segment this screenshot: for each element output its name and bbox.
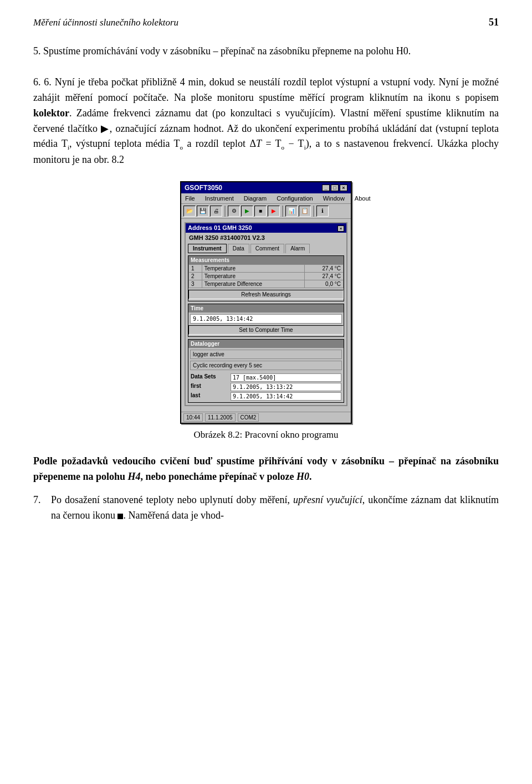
win-titlebar: GSOFT3050 _ □ × (181, 182, 351, 193)
datasets-label: Data Sets (191, 373, 229, 382)
item7-text1: Po dosažení stanovené teploty nebo uplyn… (51, 494, 293, 505)
menu-configuration[interactable]: Configuration (275, 194, 314, 202)
menu-about[interactable]: About (353, 194, 372, 202)
row2-name: Temperature (202, 272, 305, 280)
toolbar-record-btn[interactable]: ▶ (268, 206, 280, 217)
figure-caption: Obrázek 8.2: Pracovní okno programu (193, 429, 338, 440)
table-row: 3 Temperature Difference 0,0 °C (189, 280, 344, 288)
toolbar-open-btn[interactable]: 📂 (183, 206, 196, 217)
item6-num: 6. (33, 76, 44, 88)
logger-cyclic: Cyclic recording every 5 sec (190, 361, 342, 370)
menu-window[interactable]: Window (321, 194, 346, 202)
row2-value: 27,4 °C (305, 272, 344, 280)
status-port: COM2 (238, 413, 259, 422)
toolbar-chart-btn[interactable]: 📊 (285, 206, 298, 217)
toolbar-stop-btn[interactable]: ■ (254, 206, 267, 217)
menu-diagram[interactable]: Diagram (242, 194, 269, 202)
item6-bold: kolektor (33, 107, 69, 119)
page-title: Měření účinnosti slunečního kolektoru (33, 17, 178, 28)
row2-num: 2 (189, 272, 202, 280)
inner-title: Address 01 GMH 3250 (188, 224, 252, 231)
toolbar-settings-btn[interactable]: ⚙ (228, 206, 240, 217)
table-row: 2 Temperature 27,4 °C (189, 272, 344, 280)
tab-data[interactable]: Data (228, 244, 249, 253)
tabs-row: Instrument Data Comment Alarm (186, 243, 346, 253)
inner-titlebar: Address 01 GMH 3250 × (186, 223, 346, 233)
toolbar-table-btn[interactable]: 📋 (299, 206, 311, 217)
item6-block: 6. 6. Nyní je třeba počkat přibližně 4 m… (33, 75, 499, 168)
row3-name: Temperature Difference (202, 280, 305, 288)
conclusion-bold: Podle požadavků vedoucího cvičení buď sp… (33, 455, 499, 482)
toolbar-print-btn[interactable]: 🖨 (210, 206, 222, 217)
first-value: 9.1.2005, 13:13:22 (231, 383, 341, 391)
win-titlebar-btns[interactable]: _ □ × (322, 185, 347, 191)
last-value: 9.1.2005, 13:14:42 (231, 392, 341, 401)
datalogger-header: Datalogger (188, 340, 344, 348)
row3-value: 0,0 °C (305, 280, 344, 288)
win-toolbar: 📂 💾 🖨 ⚙ ▶ ■ ▶ 📊 📋 ℹ (181, 204, 351, 219)
win-title: GSOFT3050 (185, 184, 222, 192)
figure-container: GSOFT3050 _ □ × File Instrument Diagram … (33, 181, 499, 440)
time-value: 9.1.2005, 13:14:42 (190, 314, 342, 324)
win-app: GSOFT3050 _ □ × File Instrument Diagram … (180, 181, 352, 424)
datasets-value: 17 [max.5400] (231, 373, 341, 382)
item6-text3: , označující záznam hodnot. Až do ukonče… (33, 123, 499, 166)
menu-instrument[interactable]: Instrument (203, 194, 236, 202)
toolbar-sep3 (313, 206, 314, 217)
status-time: 10:44 (183, 413, 203, 422)
datalogger-section: Datalogger logger active Cyclic recordin… (188, 339, 344, 403)
menu-file[interactable]: File (183, 194, 197, 202)
item7-text3: . Naměřená data je vhod- (123, 510, 223, 521)
last-label: last (191, 392, 229, 401)
item7-italic: upřesní vyučující (293, 494, 362, 505)
table-row: 1 Temperature 27,4 °C (189, 264, 344, 272)
section-item-7: 7. Po dosažení stanovené teploty nebo up… (33, 493, 499, 531)
toolbar-sep2 (282, 206, 283, 217)
row1-value: 27,4 °C (305, 264, 344, 272)
tab-comment[interactable]: Comment (250, 244, 284, 253)
section-item-5: 5. Spustíme promíchávání vody v zásobník… (33, 44, 499, 67)
row1-num: 1 (189, 264, 202, 272)
toolbar-play-btn[interactable]: ▶ (241, 206, 253, 217)
win-menubar: File Instrument Diagram Configuration Wi… (181, 193, 351, 204)
toolbar-save-btn[interactable]: 💾 (197, 206, 209, 217)
conclusion-block: Podle požadavků vedoucího cvičení buď sp… (33, 454, 499, 485)
item7-text: Po dosažení stanovené teploty nebo uplyn… (51, 493, 499, 524)
refresh-measurements-btn[interactable]: Refresh Measurings (188, 290, 344, 299)
win-content: Address 01 GMH 3250 × GMH 3250 #31400701… (181, 219, 351, 409)
device-info: GMH 3250 #31400701 V2.3 (186, 233, 346, 243)
toolbar-info-btn[interactable]: ℹ (316, 206, 329, 217)
status-date: 11.1.2005 (205, 413, 236, 422)
row3-num: 3 (189, 280, 202, 288)
toolbar-sep1 (224, 206, 226, 217)
tab-instrument[interactable]: Instrument (188, 244, 227, 253)
page-header: Měření účinnosti slunečního kolektoru 51 (33, 17, 499, 28)
first-label: first (191, 383, 229, 391)
measurements-header: Measurements (188, 256, 344, 264)
tab-alarm[interactable]: Alarm (285, 244, 310, 253)
black-icon (117, 514, 123, 519)
inner-close-btn[interactable]: × (337, 226, 344, 232)
win-statusbar: 10:44 11.1.2005 COM2 (181, 412, 351, 423)
item6-text1: 6. Nyní je třeba počkat přibližně 4 min,… (33, 76, 499, 103)
inner-titlebar-btns[interactable]: × (337, 224, 344, 232)
item5-text: 5. Spustíme promíchávání vody v zásobník… (33, 45, 411, 57)
item7-num: 7. (33, 493, 47, 531)
set-time-btn[interactable]: Set to Computer Time (188, 325, 344, 335)
win-minimize-btn[interactable]: _ (322, 185, 330, 191)
win-maximize-btn[interactable]: □ (331, 185, 339, 191)
win-close-btn[interactable]: × (340, 185, 347, 191)
datalogger-grid: Data Sets 17 [max.5400] first 9.1.2005, … (188, 372, 344, 402)
logger-status: logger active (190, 350, 342, 359)
measurements-section: Measurements 1 Temperature 27,4 °C 2 Tem… (188, 255, 344, 301)
page-number: 51 (489, 17, 499, 28)
time-section: Time 9.1.2005, 13:14:42 Set to Computer … (188, 304, 344, 337)
row1-name: Temperature (202, 264, 305, 272)
measurements-table: 1 Temperature 27,4 °C 2 Temperature 27,4… (188, 264, 344, 288)
inner-dialog: Address 01 GMH 3250 × GMH 3250 #31400701… (185, 222, 347, 406)
time-header: Time (188, 304, 344, 312)
